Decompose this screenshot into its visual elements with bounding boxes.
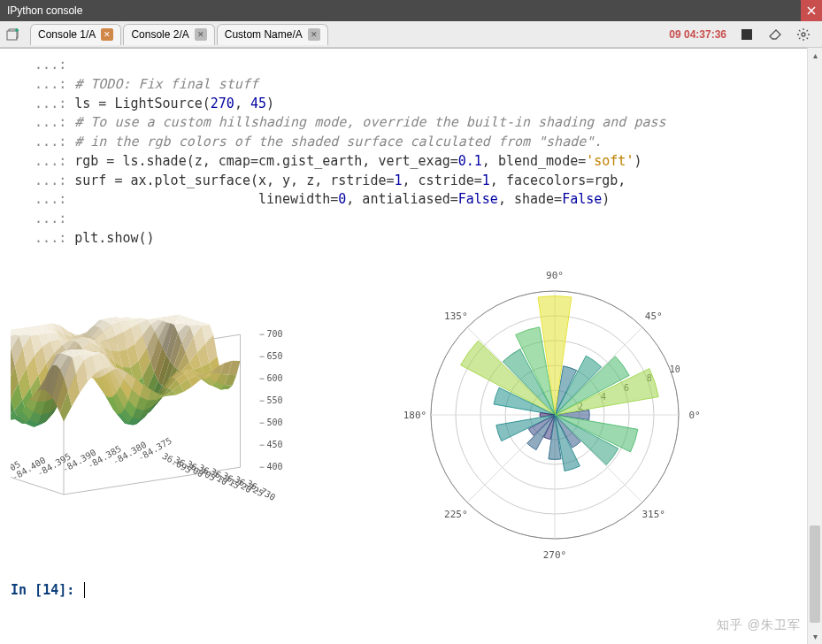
code-line: ...: # in the rgb colors of the shaded s… [11,133,811,152]
svg-rect-0 [7,31,17,40]
svg-point-2 [802,33,805,36]
tab-console-2[interactable]: Console 2/A ✕ [123,24,214,45]
close-icon: ✕ [197,31,204,39]
svg-text:700: 700 [267,329,283,339]
svg-text:135°: 135° [444,310,467,322]
plot-polar-rose: 0°45°90°135°180°225°270°315°246810 [382,264,727,571]
toolbar-time: 09 04:37:36 [669,28,726,41]
console-pane: ...: ...: # TODO: Fix final stuff ...: l… [0,48,822,644]
new-console-button[interactable] [4,25,23,44]
tab-custom-name[interactable]: Custom Name/A ✕ [217,24,328,45]
close-icon [807,6,816,15]
svg-text:500: 500 [267,418,283,427]
code-line: ...: # TODO: Fix final stuff [11,75,811,95]
vertical-scrollbar[interactable]: ▴ ▾ [807,48,822,644]
scrollbar-thumb[interactable] [810,525,820,623]
close-icon: ✕ [104,31,111,39]
code-line: ...: linewidth=0, antialiased=False, sha… [11,190,811,210]
plot-surface3d: 400450500550600650700-84.410-84.405-84.4… [11,264,365,571]
window-close-button[interactable] [801,0,822,21]
chevron-up-icon: ▴ [813,50,818,60]
text-cursor [84,582,85,598]
svg-text:450: 450 [267,440,283,449]
svg-text:45°: 45° [645,310,663,322]
svg-text:650: 650 [267,351,283,361]
inline-plots: 400450500550600650700-84.410-84.405-84.4… [11,257,811,582]
svg-text:10: 10 [670,364,680,373]
code-line: ...: surf = ax.plot_surface(x, y, z, rst… [11,172,811,191]
window-title: IPython console [7,4,82,17]
svg-text:225°: 225° [444,508,467,519]
svg-text:0°: 0° [688,410,700,421]
scroll-down-button[interactable]: ▾ [808,629,822,644]
code-line: ...: # To use a custom hillshading mode,… [11,113,811,133]
tab-console-1[interactable]: Console 1/A ✕ [30,24,121,45]
svg-text:400: 400 [267,462,283,472]
tab-label: Console 2/A [131,28,188,41]
svg-text:550: 550 [267,395,283,405]
stop-icon [741,29,752,40]
input-prompt[interactable]: In [14]: [11,581,811,601]
console-output[interactable]: ...: ...: # TODO: Fix final stuff ...: l… [0,49,822,608]
svg-text:90°: 90° [546,270,564,281]
code-line: ...: plt.show() [11,229,811,249]
surface3d-figure: 400450500550600650700-84.410-84.405-84.4… [11,264,365,565]
svg-text:315°: 315° [641,508,665,519]
stop-button[interactable] [737,25,757,44]
code-line: ...: ls = LightSource(270, 45) [11,95,811,114]
console-tabs: Console 1/A ✕ Console 2/A ✕ Custom Name/… [30,24,330,45]
window-titlebar: IPython console [0,0,822,21]
tab-label: Custom Name/A [225,28,303,41]
chevron-down-icon: ▾ [813,632,818,641]
eraser-icon [769,29,781,40]
tab-close-button[interactable]: ✕ [308,28,320,41]
gear-icon [797,28,810,41]
scroll-up-button[interactable]: ▴ [808,48,822,63]
svg-text:180°: 180° [403,410,427,421]
new-tab-icon [6,28,20,41]
close-icon: ✕ [311,31,318,39]
code-line: ...: [11,210,811,229]
code-line: ...: rgb = ls.shade(z, cmap=cm.gist_eart… [11,152,811,172]
polar-figure: 0°45°90°135°180°225°270°315°246810 [382,264,727,565]
options-button[interactable] [794,25,813,44]
code-line: ...: [11,56,811,75]
svg-text:270°: 270° [543,549,567,561]
tab-close-button[interactable]: ✕ [195,28,207,41]
svg-rect-1 [741,29,752,40]
remove-button[interactable] [765,25,785,44]
svg-text:600: 600 [267,373,283,383]
tab-label: Console 1/A [38,28,96,41]
console-toolbar: Console 1/A ✕ Console 2/A ✕ Custom Name/… [0,21,822,48]
tab-close-button[interactable]: ✕ [101,28,113,41]
